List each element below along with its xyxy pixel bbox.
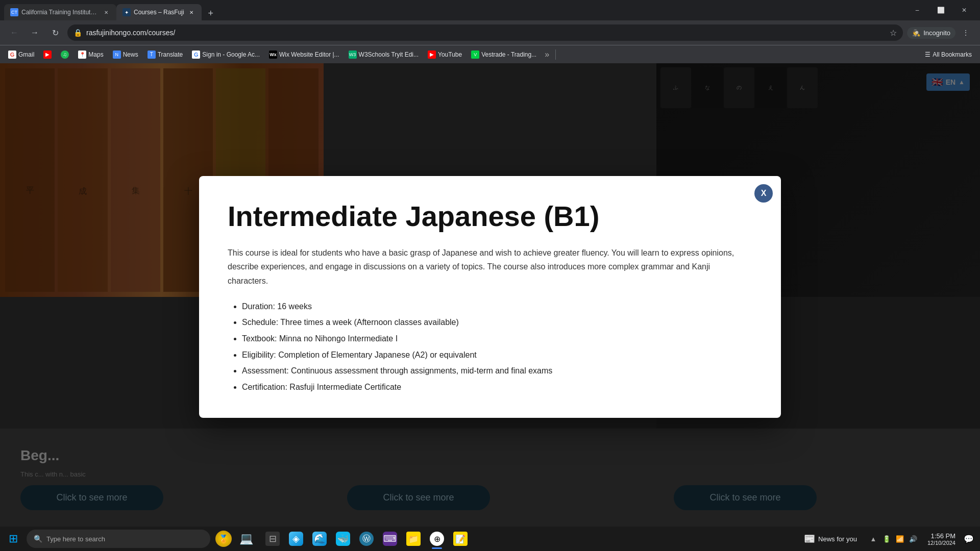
taskbar-app-chrome[interactable]: ⊕ bbox=[426, 528, 448, 550]
bookmark-w3schools-label: W3Schools Tryit Edi... bbox=[359, 51, 419, 58]
bookmark-news-label: News bbox=[123, 51, 138, 58]
browser-actions: 🕵 Incognito ⋮ bbox=[907, 24, 974, 41]
taskbar-app-docker[interactable]: 🐳 bbox=[332, 528, 354, 550]
chrome-active-indicator bbox=[432, 547, 442, 549]
visual-studio-icon: ⌨ bbox=[383, 532, 397, 546]
modal-detail-eligibility: Eligibility: Completion of Elementary Ja… bbox=[242, 348, 752, 362]
modal-description: This course is ideal for students who ha… bbox=[228, 246, 752, 288]
tab-california[interactable]: CT California Training Institute (CT... … bbox=[4, 4, 116, 20]
tab-bar: CT California Training Institute (CT... … bbox=[4, 0, 905, 20]
taskbar-right: 📰 News for you ▲ 🔋 📶 🔊 1:56 PM 12/10/202… bbox=[798, 528, 978, 550]
volume-icon[interactable]: 🔊 bbox=[907, 533, 919, 545]
taskbar-app-task-view[interactable]: ⊟ bbox=[261, 528, 284, 550]
maps-favicon: 📍 bbox=[78, 51, 86, 59]
youtube2-favicon: ▶ bbox=[428, 51, 436, 59]
windows-icon: ⊞ bbox=[9, 532, 18, 545]
bookmark-youtube-label: YouTube bbox=[438, 51, 462, 58]
taskbar-clock[interactable]: 1:56 PM 12/10/2024 bbox=[923, 532, 960, 546]
sticky-notes-icon: 📝 bbox=[453, 532, 468, 546]
taskbar-app-file-explorer[interactable]: 📁 bbox=[402, 528, 425, 550]
google-signin-favicon: G bbox=[192, 51, 200, 59]
battery-icon[interactable]: 🔋 bbox=[880, 533, 893, 545]
modal-close-button[interactable]: X bbox=[754, 184, 773, 203]
modal-detail-schedule: Schedule: Three times a week (Afternoon … bbox=[242, 316, 752, 329]
url-bar[interactable]: 🔒 rasfujinihongo.com/courses/ ☆ bbox=[67, 24, 903, 41]
bookmark-youtube-2[interactable]: ▶ YouTube bbox=[424, 48, 466, 61]
laptop-icon: 💻 bbox=[239, 532, 253, 545]
taskbar-news-button[interactable]: 📰 News for you bbox=[798, 528, 863, 550]
bookmark-star-icon[interactable]: ☆ bbox=[890, 28, 897, 38]
bookmark-vestrade-label: Vestrade - Trading... bbox=[481, 51, 536, 58]
modal-detail-textbook: Textbook: Minna no Nihongo Intermediate … bbox=[242, 332, 752, 345]
bookmark-w3schools[interactable]: W3 W3Schools Tryit Edi... bbox=[345, 48, 423, 61]
bookmark-maps[interactable]: 📍 Maps bbox=[74, 48, 107, 61]
network-icon[interactable]: 📶 bbox=[894, 533, 906, 545]
clock-time: 1:56 PM bbox=[931, 532, 955, 540]
tab-california-close[interactable]: ✕ bbox=[102, 8, 110, 16]
w3schools-favicon: W3 bbox=[349, 51, 357, 59]
taskbar-app-visual-studio[interactable]: ⌨ bbox=[379, 528, 401, 550]
incognito-button[interactable]: 🕵 Incognito bbox=[907, 27, 955, 39]
modal-overlay: X Intermediate Japanese (B1) This course… bbox=[0, 63, 980, 531]
maximize-button[interactable]: ⬜ bbox=[929, 2, 952, 18]
url-text: rasfujinihongo.com/courses/ bbox=[86, 29, 886, 37]
bookmarks-separator bbox=[555, 49, 556, 60]
tab-california-title: California Training Institute (CT... bbox=[21, 9, 99, 16]
minimize-button[interactable]: – bbox=[905, 2, 929, 18]
more-bookmarks-button[interactable]: » bbox=[542, 48, 552, 61]
address-bar: ← → ↻ 🔒 rasfujinihongo.com/courses/ ☆ 🕵 … bbox=[0, 20, 980, 45]
taskbar-search-bar[interactable]: 🔍 Type here to search bbox=[27, 530, 210, 548]
task-view-icon: ⊟ bbox=[265, 532, 280, 546]
tab-california-favicon: CT bbox=[10, 8, 18, 16]
more-options-button[interactable]: ⋮ bbox=[958, 24, 974, 41]
taskbar-app-wordpress[interactable]: Ⓦ bbox=[355, 528, 378, 550]
chrome-icon: ⊕ bbox=[430, 532, 444, 546]
taskbar-laptop-icon[interactable]: 💻 bbox=[235, 528, 257, 550]
reload-button[interactable]: ↻ bbox=[47, 24, 63, 41]
new-tab-button[interactable]: + bbox=[204, 6, 218, 20]
notification-icon: 💬 bbox=[964, 534, 974, 544]
forward-button[interactable]: → bbox=[27, 24, 43, 41]
bookmark-vestrade[interactable]: V Vestrade - Trading... bbox=[467, 48, 541, 61]
security-icon: 🔒 bbox=[74, 29, 82, 37]
bookmark-google-signin[interactable]: G Sign in - Google Ac... bbox=[188, 48, 264, 61]
modal-details-list: Duration: 16 weeks Schedule: Three times… bbox=[228, 300, 752, 394]
news-favicon: N bbox=[113, 51, 121, 59]
close-button[interactable]: ✕ bbox=[952, 2, 976, 18]
clock-date: 12/10/2024 bbox=[927, 540, 955, 546]
tab-rasfuji-favicon: ✦ bbox=[122, 8, 131, 16]
taskbar-app-widgets[interactable]: ◈ bbox=[285, 528, 307, 550]
all-bookmarks-button[interactable]: ☰ All Bookmarks bbox=[921, 49, 976, 60]
translate-favicon: T bbox=[148, 51, 156, 59]
tab-rasfuji-title: Courses – RasFuji bbox=[134, 9, 184, 16]
wordpress-icon: Ⓦ bbox=[359, 532, 374, 546]
nobel-medal-icon: 🏅 bbox=[215, 531, 232, 547]
modal-detail-assessment: Assessment: Continuous assessment throug… bbox=[242, 364, 752, 378]
bookmark-wix[interactable]: Wx Wix Website Editor |... bbox=[265, 48, 344, 61]
taskbar-app-teams[interactable]: 🌊 bbox=[308, 528, 331, 550]
bookmark-wix-label: Wix Website Editor |... bbox=[279, 51, 339, 58]
window-controls: – ⬜ ✕ bbox=[905, 2, 976, 18]
taskbar-nobel-icon[interactable]: 🏅 bbox=[212, 528, 235, 550]
bookmark-youtube-1[interactable]: ▶ bbox=[39, 48, 56, 61]
bookmark-translate[interactable]: T Translate bbox=[143, 48, 187, 61]
system-tray: ▲ 🔋 📶 🔊 bbox=[863, 533, 923, 545]
bookmarks-folder-icon: ☰ bbox=[925, 51, 930, 58]
gmail-favicon: G bbox=[8, 51, 16, 59]
wix-favicon: Wx bbox=[269, 51, 277, 59]
bookmark-gmail-label: Gmail bbox=[18, 51, 34, 58]
taskbar-apps-group: ⊟ ◈ 🌊 🐳 Ⓦ ⌨ 📁 ⊕ 📝 bbox=[261, 528, 472, 550]
system-tray-expand[interactable]: ▲ bbox=[867, 533, 879, 545]
tab-rasfuji-close[interactable]: ✕ bbox=[187, 8, 195, 16]
taskbar-app-sticky-notes[interactable]: 📝 bbox=[449, 528, 472, 550]
bookmark-gmail[interactable]: G Gmail bbox=[4, 48, 38, 61]
start-button[interactable]: ⊞ bbox=[2, 528, 24, 550]
page-content: 平 成 集 十 平 成 衣服実業委社写国習切暗曜度永 方医大下引画飲早東食電終勉… bbox=[0, 63, 980, 531]
back-button: ← bbox=[6, 24, 22, 41]
bookmark-spotify[interactable]: ♫ bbox=[57, 48, 73, 61]
tab-rasfuji[interactable]: ✦ Courses – RasFuji ✕ bbox=[116, 4, 202, 20]
file-explorer-icon: 📁 bbox=[406, 532, 421, 546]
incognito-icon: 🕵 bbox=[912, 29, 920, 37]
bookmark-news[interactable]: N News bbox=[109, 48, 142, 61]
notification-button[interactable]: 💬 bbox=[960, 528, 978, 550]
